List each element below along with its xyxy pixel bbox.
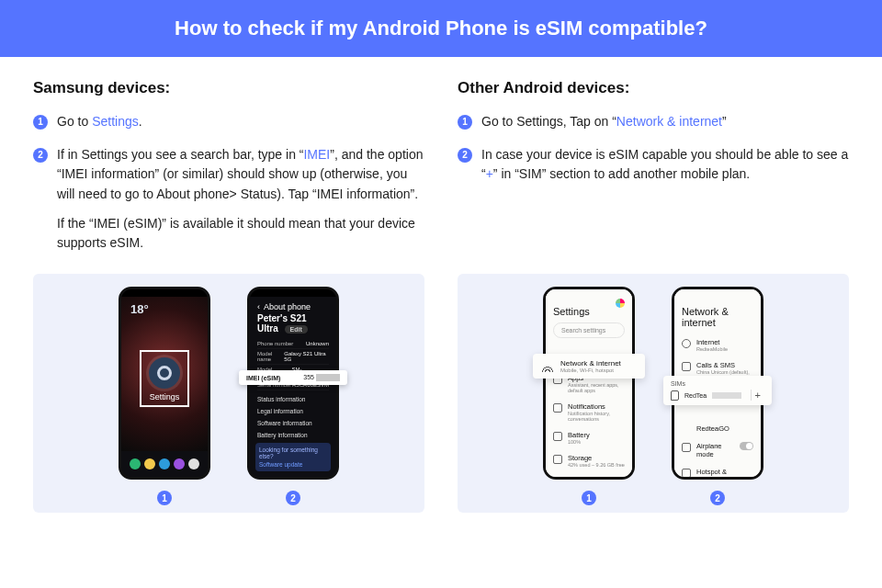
android-phone-settings: Settings Search settings AppsAssistant, …	[543, 287, 635, 480]
other-step-2: 2 In case your device is eSIM capable yo…	[458, 145, 849, 185]
screenshot-caption-2: 2	[710, 491, 725, 505]
sublabel: Assistant, recent apps, default apps	[568, 382, 625, 393]
dock-app-icon	[188, 458, 199, 469]
weather-widget: 18°	[130, 302, 149, 316]
about-phone-more: Status information Legal information Sof…	[255, 393, 331, 471]
samsung-step-2: 2 If in Settings you see a search bar, t…	[33, 145, 424, 254]
settings-keyword: Settings	[92, 114, 139, 129]
sublabel: 100%	[568, 439, 590, 445]
imei-esim-label: IMEI (eSIM)	[246, 375, 280, 381]
screenshot-caption-1: 1	[157, 491, 172, 505]
status-bar	[250, 289, 336, 297]
dock-app-icon	[130, 458, 141, 469]
samsung-step-2-extra: If the “IMEI (eSIM)” is available it sho…	[57, 214, 424, 254]
label: RedteaGO	[696, 424, 729, 433]
device-name: Peter's S21 Ultra Edit	[250, 313, 336, 337]
about-phone-header: ‹ About phone	[250, 297, 336, 313]
text: .	[139, 114, 142, 129]
samsung-shot-1-col: 18° Settings 1	[119, 287, 210, 505]
label: Storage	[568, 454, 625, 462]
samsung-screenshots: 18° Settings 1	[33, 274, 424, 513]
sublabel: Notification history, conversations	[568, 411, 625, 422]
step-badge-2: 2	[458, 148, 472, 163]
row-hotspot: Hotspot & tetheringOff	[674, 463, 761, 477]
network-internet-callout: Network & internet Mobile, Wi-Fi, hotspo…	[533, 354, 645, 379]
looking-for-text: Looking for something else?	[259, 447, 318, 459]
settings-row-storage: Storage42% used – 9.26 GB free	[546, 449, 632, 472]
other-shot-1-col: Settings Search settings AppsAssistant, …	[543, 287, 635, 505]
dock-app-icon	[159, 458, 170, 469]
looking-for-card: Looking for something else? Software upd…	[255, 443, 331, 471]
text: If in Settings you see a search bar, typ…	[57, 147, 303, 162]
value: Unknown	[306, 341, 329, 346]
dock	[121, 455, 208, 473]
about-phone-label: About phone	[264, 302, 311, 311]
label: Calls & SMS	[696, 361, 753, 369]
settings-row-sound: Sound & vibration	[546, 472, 632, 477]
other-column: Other Android devices: 1 Go to Settings,…	[458, 79, 849, 266]
network-internet-title: Network & internet	[674, 297, 761, 334]
row-airplane: Airplane mode	[674, 437, 761, 463]
redacted	[316, 374, 340, 381]
sim-name-text: RedTea	[684, 392, 707, 399]
imei-esim-callout: IMEI (eSIM) 355	[239, 370, 347, 385]
other-step-1: 1 Go to Settings, Tap on “Network & inte…	[458, 112, 849, 132]
bell-icon	[553, 403, 562, 413]
sim-icon	[671, 390, 679, 401]
battery-icon	[553, 432, 562, 441]
software-update-link: Software update	[259, 461, 327, 468]
edit-button: Edit	[285, 325, 308, 334]
sims-label: SIMs	[671, 380, 764, 387]
list-item: Software information	[255, 417, 331, 429]
text: ”	[722, 114, 727, 129]
imei-esim-value: 355	[303, 374, 340, 381]
list-item: Battery information	[255, 429, 331, 441]
samsung-phone-about: ‹ About phone Peter's S21 Ultra Edit Pho…	[247, 287, 339, 480]
add-sim-plus-icon: +	[751, 390, 764, 401]
status-bar	[546, 289, 632, 297]
samsung-step-1-text: Go to Settings.	[57, 112, 424, 132]
plus-keyword: +	[486, 166, 493, 181]
text: Go to Settings, Tap on “	[481, 114, 616, 129]
imei-keyword: IMEI	[303, 147, 330, 162]
network-internet-keyword: Network & internet	[616, 114, 722, 129]
row-internet: InternetRedteaMobile	[674, 334, 761, 356]
samsung-column: Samsung devices: 1 Go to Settings. 2 If …	[33, 79, 424, 266]
status-bar	[121, 289, 208, 297]
list-item: Status information	[255, 393, 331, 405]
search-settings: Search settings	[553, 322, 625, 338]
phone-icon	[682, 362, 691, 371]
sublabel: 42% used – 9.26 GB free	[568, 462, 625, 468]
hotspot-icon	[682, 469, 691, 477]
label: Notifications	[568, 402, 625, 411]
other-step-2-text: In case your device is eSIM capable you …	[481, 145, 849, 185]
status-bar	[674, 289, 761, 297]
temperature: 18°	[130, 302, 149, 316]
label: Model name	[257, 351, 284, 362]
samsung-step-2-text: If in Settings you see a search bar, typ…	[57, 145, 424, 254]
text: ” in “SIM” section to add another mobile…	[493, 166, 750, 181]
network-internet-label: Network & internet	[560, 359, 621, 368]
label: Battery	[568, 431, 590, 439]
screenshot-caption-1: 1	[582, 491, 596, 505]
row-redtea: RedteaGO	[674, 420, 761, 437]
android-phone-network: Network & internet InternetRedteaMobile …	[672, 287, 763, 480]
samsung-step-1: 1 Go to Settings.	[33, 112, 424, 132]
sublabel: RedteaMobile	[696, 346, 728, 352]
other-shot-2-col: Network & internet InternetRedteaMobile …	[672, 287, 763, 505]
airplane-icon	[682, 443, 691, 452]
settings-icon-highlight: Settings	[140, 350, 189, 407]
settings-row-battery: Battery100%	[546, 426, 632, 449]
text: Go to	[57, 114, 92, 129]
wifi-icon	[542, 361, 553, 372]
storage-icon	[553, 455, 562, 464]
network-internet-sub: Mobile, Wi-Fi, hotspot	[560, 368, 621, 373]
value: Galaxy S21 Ultra 5G	[284, 351, 329, 362]
samsung-shot-2-col: ‹ About phone Peter's S21 Ultra Edit Pho…	[247, 287, 339, 505]
samsung-heading: Samsung devices:	[33, 79, 424, 97]
screenshots-row: 18° Settings 1	[0, 274, 882, 513]
label: Airplane mode	[696, 442, 734, 458]
dock-app-icon	[144, 458, 155, 469]
sim-name: RedTea	[684, 392, 707, 399]
redacted	[712, 392, 741, 399]
